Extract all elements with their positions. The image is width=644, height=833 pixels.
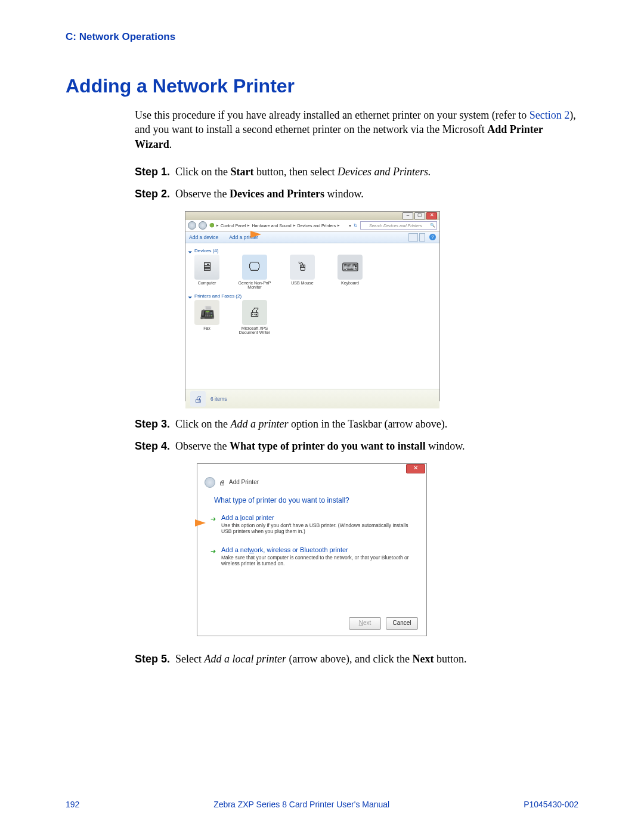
t: (arrow above), and click the bbox=[286, 653, 412, 665]
option-local-printer[interactable]: ➔ Add a local printer Use this option on… bbox=[221, 514, 410, 534]
intro-paragraph: Use this procedure if you have already i… bbox=[135, 108, 578, 151]
nav-forward-icon[interactable] bbox=[199, 221, 207, 230]
t: Devices and Printers. bbox=[338, 166, 431, 178]
t: Click on the bbox=[175, 418, 231, 430]
crumb[interactable]: Hardware and Sound bbox=[252, 224, 291, 228]
help-icon[interactable]: ? bbox=[429, 234, 436, 240]
view-mode-button[interactable] bbox=[408, 233, 418, 241]
option-desc: Make sure that your computer is connecte… bbox=[221, 555, 410, 566]
titlebar: – ▢ ✕ bbox=[185, 212, 439, 220]
t: Observe the bbox=[175, 188, 230, 200]
device-monitor[interactable]: 🖵Generic Non-PnP Monitor bbox=[237, 255, 273, 290]
crumb[interactable]: Control Panel bbox=[221, 224, 246, 228]
callout-arrow-icon bbox=[250, 231, 261, 238]
computer-icon: 🖥 bbox=[194, 255, 219, 280]
content-area: Devices (4) 🖥Computer 🖵Generic Non-PnP M… bbox=[185, 243, 439, 389]
label: Generic Non-PnP Monitor bbox=[237, 281, 273, 290]
t: Add a local printer bbox=[204, 653, 286, 665]
manual-code: P1045430-002 bbox=[524, 800, 578, 809]
search-input[interactable]: Search Devices and Printers bbox=[360, 221, 437, 230]
step-3-body: Click on the Add a printer option in the… bbox=[175, 418, 578, 431]
label: Fax bbox=[189, 326, 225, 330]
label: USB Mouse bbox=[284, 281, 320, 285]
t: window. bbox=[426, 440, 465, 452]
printers-row: 📠Fax 🖨Microsoft XPS Document Writer bbox=[189, 300, 436, 335]
steps-list: Step 1. Click on the Start button, then … bbox=[135, 166, 578, 200]
callout-arrow-icon bbox=[195, 519, 206, 527]
close-button[interactable]: ✕ bbox=[426, 212, 437, 219]
devices-row: 🖥Computer 🖵Generic Non-PnP Monitor 🖱USB … bbox=[189, 255, 436, 290]
step-2-label: Step 2. bbox=[135, 188, 175, 200]
status-bar: 🖨 6 items bbox=[185, 389, 439, 408]
t: Select bbox=[175, 653, 204, 665]
device-xps[interactable]: 🖨Microsoft XPS Document Writer bbox=[237, 300, 273, 335]
back-icon[interactable] bbox=[205, 477, 215, 488]
cancel-button[interactable]: Cancel bbox=[386, 617, 418, 630]
step-4: Step 4. Observe the What type of printer… bbox=[135, 440, 578, 453]
close-button[interactable]: ✕ bbox=[406, 464, 425, 473]
device-mouse[interactable]: 🖱USB Mouse bbox=[284, 255, 320, 290]
step-5-body: Select Add a local printer (arrow above)… bbox=[175, 653, 578, 665]
toolbar: Add a device Add a printer ? bbox=[185, 232, 439, 243]
breadcrumb[interactable]: 🟢▸ Control Panel▸ Hardware and Sound▸ De… bbox=[209, 223, 346, 228]
status-icon: 🖨 bbox=[190, 391, 206, 407]
printer-icon: 🖨 bbox=[219, 479, 225, 486]
section-breadcrumb: C: Network Operations bbox=[66, 31, 578, 43]
step-5-label: Step 5. bbox=[135, 653, 175, 665]
dialog-header: 🖨 Add Printer bbox=[197, 475, 426, 490]
dialog-question: What type of printer do you want to inst… bbox=[197, 490, 426, 514]
step-4-label: Step 4. bbox=[135, 440, 175, 453]
step-5: Step 5. Select Add a local printer (arro… bbox=[135, 653, 578, 665]
step-1-body: Click on the Start button, then select D… bbox=[175, 166, 578, 178]
minimize-button[interactable]: – bbox=[402, 212, 413, 219]
printers-category[interactable]: Printers and Faxes (2) bbox=[189, 293, 436, 299]
steps-list-2: Step 3. Click on the Add a printer optio… bbox=[135, 418, 578, 453]
t: button. bbox=[434, 653, 466, 665]
intro-text-1: Use this procedure if you have already i… bbox=[135, 109, 530, 121]
label: Computer bbox=[189, 281, 225, 285]
mouse-icon: 🖱 bbox=[290, 255, 315, 280]
step-2: Step 2. Observe the Devices and Printers… bbox=[135, 188, 578, 200]
t: button, then select bbox=[254, 166, 338, 178]
next-button[interactable]: Next bbox=[349, 617, 381, 630]
t: Click on the bbox=[175, 166, 231, 178]
t: What type of printer do you want to inst… bbox=[230, 440, 426, 452]
device-fax[interactable]: 📠Fax bbox=[189, 300, 225, 335]
option-arrow-icon: ➔ bbox=[210, 515, 216, 523]
option-desc: Use this option only if you don't have a… bbox=[221, 522, 410, 534]
t: option in the Taskbar (arrow above). bbox=[289, 418, 448, 430]
devices-category[interactable]: Devices (4) bbox=[189, 248, 436, 253]
monitor-icon: 🖵 bbox=[242, 255, 267, 280]
add-printer-dialog: ✕ 🖨 Add Printer What type of printer do … bbox=[197, 463, 427, 636]
t: window. bbox=[324, 188, 364, 200]
option-title: Add a network, wireless or Bluetooth pri… bbox=[221, 546, 410, 553]
manual-title: Zebra ZXP Series 8 Card Printer User's M… bbox=[213, 800, 389, 809]
t: Observe the bbox=[175, 440, 230, 452]
dialog-buttons: Next Cancel bbox=[349, 617, 418, 630]
option-title: Add a local printer bbox=[221, 514, 410, 521]
printer-icon: 🖨 bbox=[242, 300, 267, 325]
step-1-label: Step 1. bbox=[135, 166, 175, 178]
view-dropdown-button[interactable] bbox=[419, 233, 425, 241]
label: Keyboard bbox=[332, 281, 368, 285]
steps-list-3: Step 5. Select Add a local printer (arro… bbox=[135, 653, 578, 665]
add-device-button[interactable]: Add a device bbox=[189, 234, 218, 240]
status-text: 6 items bbox=[210, 396, 227, 402]
step-3: Step 3. Click on the Add a printer optio… bbox=[135, 418, 578, 431]
option-network-printer[interactable]: ➔ Add a network, wireless or Bluetooth p… bbox=[221, 546, 410, 566]
step-2-body: Observe the Devices and Printers window. bbox=[175, 188, 578, 200]
t: Add a printer bbox=[231, 418, 289, 430]
intro-tail: . bbox=[169, 138, 172, 150]
device-keyboard[interactable]: ⌨Keyboard bbox=[332, 255, 368, 290]
page-heading: Adding a Network Printer bbox=[66, 75, 578, 97]
step-1: Step 1. Click on the Start button, then … bbox=[135, 166, 578, 178]
maximize-button[interactable]: ▢ bbox=[414, 212, 425, 219]
t: Next bbox=[412, 653, 434, 665]
section-2-link[interactable]: Section 2 bbox=[530, 109, 570, 121]
manual-page: C: Network Operations Adding a Network P… bbox=[0, 0, 644, 833]
nav-back-icon[interactable] bbox=[188, 221, 196, 230]
titlebar: ✕ bbox=[197, 464, 426, 475]
page-footer: 192 Zebra ZXP Series 8 Card Printer User… bbox=[66, 800, 578, 809]
crumb[interactable]: Devices and Printers bbox=[298, 224, 336, 228]
device-computer[interactable]: 🖥Computer bbox=[189, 255, 225, 290]
